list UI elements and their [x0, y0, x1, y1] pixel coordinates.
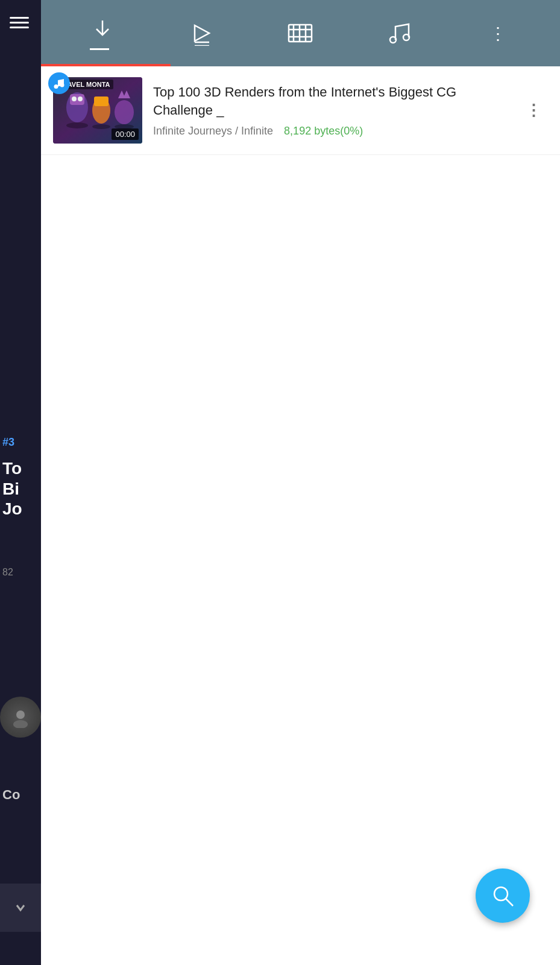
hamburger-line-2 — [10, 22, 29, 24]
thumbnail-wrapper: TRAVEL MONTA 00:00 — [53, 77, 142, 144]
hamburger-line-1 — [10, 17, 29, 19]
play-queue-tab[interactable] — [180, 12, 222, 54]
svg-point-15 — [60, 83, 64, 87]
fab-search-button[interactable] — [476, 868, 530, 923]
item-channel: Infinite Journeys / Infinite — [153, 125, 273, 138]
svg-rect-22 — [94, 96, 109, 106]
download-tab[interactable] — [81, 12, 124, 54]
item-meta: Infinite Journeys / Infinite 8,192 bytes… — [153, 125, 519, 138]
sidebar-title-text: To Bi Jo — [0, 458, 41, 519]
music-tab[interactable] — [379, 12, 421, 54]
hamburger-menu[interactable] — [10, 17, 29, 28]
sidebar-panel: #3 To Bi Jo 82 Co — [0, 0, 41, 965]
item-more-button[interactable]: ⋮ — [519, 96, 548, 125]
svg-point-20 — [78, 96, 83, 101]
item-title: Top 100 3D Renders from the Internet's B… — [153, 83, 519, 119]
svg-marker-3 — [195, 25, 209, 41]
svg-point-0 — [16, 710, 25, 719]
svg-point-1 — [13, 720, 28, 728]
main-panel: ⋮ — [41, 0, 560, 965]
item-size: 8,192 bytes(0%) — [284, 125, 363, 138]
svg-point-14 — [54, 84, 58, 89]
svg-point-29 — [494, 887, 508, 900]
download-list-item: TRAVEL MONTA 00:00 Top 100 3D Renders fr… — [41, 66, 560, 155]
sidebar-co-text: Co — [0, 787, 41, 803]
svg-point-26 — [66, 122, 88, 128]
video-tab[interactable] — [279, 12, 321, 54]
svg-point-23 — [115, 100, 134, 124]
svg-point-19 — [72, 96, 77, 101]
svg-line-30 — [506, 899, 513, 906]
sidebar-size-text: 82 — [0, 567, 41, 578]
sidebar-avatar — [0, 697, 41, 738]
toolbar: ⋮ — [41, 0, 560, 66]
item-info: Top 100 3D Renders from the Internet's B… — [153, 83, 519, 138]
more-menu-button[interactable]: ⋮ — [477, 12, 520, 54]
sidebar-chevron[interactable] — [0, 884, 41, 932]
sidebar-hashtag: #3 — [0, 431, 41, 454]
download-underline — [90, 48, 109, 50]
music-badge — [48, 72, 70, 94]
svg-point-27 — [92, 124, 110, 129]
hamburger-line-3 — [10, 27, 29, 28]
thumbnail-time: 00:00 — [112, 128, 139, 140]
